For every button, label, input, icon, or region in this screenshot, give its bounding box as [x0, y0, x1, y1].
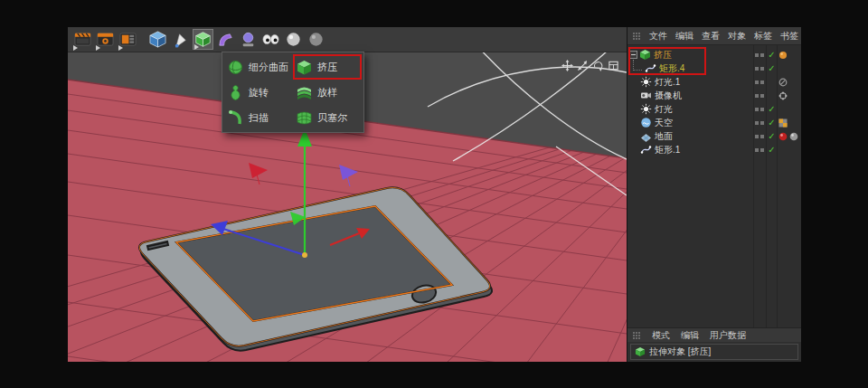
- disabled-circle-icon: [778, 78, 788, 87]
- material-tag-gray-icon: [789, 132, 798, 141]
- render-picture-viewer-icon[interactable]: [95, 29, 116, 50]
- object-row-light[interactable]: 灯光 ✓: [627, 102, 801, 116]
- camera-object-icon: [640, 90, 652, 101]
- enable-check-icon[interactable]: ✓: [767, 116, 777, 129]
- bezier-icon: [296, 109, 313, 127]
- om-menu-object[interactable]: 对象: [728, 30, 746, 43]
- om-menu-bookmarks[interactable]: 书签: [780, 30, 798, 43]
- menu-item-lathe[interactable]: 旋转: [224, 80, 293, 105]
- deformers-menu-icon[interactable]: [215, 29, 236, 50]
- object-list: 挤压 ✓ 矩形.4 ✓: [627, 45, 801, 327]
- object-manager-panel: 文件 编辑 查看 对象 标签 书签 挤压 ✓: [627, 27, 801, 362]
- pan-view-icon[interactable]: [561, 60, 573, 71]
- object-name: 矩形.1: [655, 144, 680, 156]
- object-name: 挤压: [654, 49, 672, 62]
- shading-ball-icon[interactable]: [306, 29, 326, 50]
- extrude-icon: [296, 59, 313, 76]
- switch-view-icon[interactable]: [608, 60, 619, 71]
- tab-user-data[interactable]: 用户数据: [710, 329, 746, 342]
- visibility-dots[interactable]: [755, 108, 764, 111]
- visibility-dots[interactable]: [755, 80, 764, 84]
- zoom-view-icon[interactable]: [577, 60, 589, 71]
- object-name: 灯光.1: [655, 76, 680, 89]
- object-row-sky[interactable]: 天空 ✓: [627, 116, 801, 129]
- submenu-arrow-icon: [118, 45, 123, 51]
- expander-icon[interactable]: [629, 51, 637, 59]
- object-name: 天空: [655, 117, 673, 129]
- menu-item-sweep[interactable]: 扫描: [224, 105, 293, 130]
- enable-check-icon[interactable]: ✓: [767, 143, 777, 156]
- om-menu-tags[interactable]: 标签: [754, 30, 772, 43]
- menu-item-subdivision-surface[interactable]: 细分曲面: [224, 54, 293, 80]
- tab-mode[interactable]: 模式: [652, 329, 670, 342]
- visibility-dots[interactable]: [755, 121, 764, 125]
- tag-icons[interactable]: [778, 118, 788, 128]
- object-name: 灯光: [655, 103, 673, 116]
- visibility-dots[interactable]: [755, 53, 764, 57]
- visibility-dots[interactable]: [755, 148, 764, 152]
- material-ball-icon[interactable]: [283, 29, 304, 50]
- main-toolbar: [68, 27, 627, 52]
- sweep-icon: [227, 109, 244, 127]
- spline-object-icon: [645, 62, 656, 74]
- om-menu-edit[interactable]: 编辑: [675, 30, 693, 43]
- menu-item-label: 贝塞尔: [317, 111, 347, 125]
- tag-icons[interactable]: [778, 91, 788, 100]
- object-row-light1[interactable]: 灯光.1: [627, 75, 801, 89]
- phong-tag-icon: [778, 51, 788, 60]
- sky-object-icon: [640, 117, 652, 128]
- menu-item-label: 挤压: [317, 61, 337, 74]
- light-object-icon: [640, 103, 652, 115]
- gizmo-center[interactable]: [302, 252, 307, 258]
- loft-icon: [296, 84, 313, 101]
- generators-dropdown-menu: 细分曲面 挤压 旋转 放样: [222, 52, 364, 133]
- scene-environment-icon[interactable]: [238, 29, 259, 50]
- lathe-icon: [227, 84, 244, 101]
- spline-object-icon: [640, 144, 652, 156]
- enable-check-icon[interactable]: ✓: [767, 62, 777, 75]
- enable-check-icon[interactable]: ✓: [767, 48, 777, 62]
- tab-edit[interactable]: 编辑: [681, 329, 699, 342]
- pen-spline-icon[interactable]: [170, 29, 191, 50]
- object-row-floor[interactable]: 地面 ✓: [627, 129, 801, 143]
- object-name: 摄像机: [655, 90, 682, 102]
- menu-item-loft[interactable]: 放样: [293, 80, 362, 105]
- rotate-view-icon[interactable]: [592, 60, 604, 71]
- om-menu-file[interactable]: 文件: [649, 30, 667, 43]
- cube-primitive-icon[interactable]: [147, 29, 168, 50]
- object-name: 地面: [655, 130, 673, 143]
- render-settings-icon[interactable]: [118, 29, 138, 50]
- attribute-mode-bar: 模式 编辑 用户数据: [627, 327, 801, 342]
- enable-check-icon[interactable]: ✓: [767, 102, 777, 116]
- app-window: 细分曲面 挤压 旋转 放样: [68, 27, 801, 362]
- material-tag-red-icon: [778, 132, 788, 141]
- object-row-rectangle1[interactable]: 矩形.1 ✓: [627, 143, 801, 156]
- tag-icons[interactable]: [778, 132, 798, 141]
- viewport-controls: [561, 60, 619, 71]
- visibility-dots[interactable]: [755, 67, 764, 71]
- visibility-dots[interactable]: [755, 135, 764, 138]
- object-row-camera[interactable]: 摄像机: [627, 89, 801, 102]
- light-object-icon: [640, 76, 652, 88]
- compositing-tag-icon: [778, 118, 788, 128]
- menu-item-bezier[interactable]: 贝塞尔: [293, 105, 362, 130]
- generators-menu-button[interactable]: [193, 29, 213, 50]
- menu-item-extrude[interactable]: 挤压: [293, 54, 362, 80]
- tag-icons[interactable]: [778, 51, 788, 60]
- floor-object-icon: [640, 130, 652, 142]
- attribute-status-bar: 拉伸对象 [挤压]: [627, 342, 801, 362]
- tree-branch: [633, 60, 642, 71]
- target-tag-icon: [778, 91, 788, 100]
- menu-item-label: 扫描: [249, 111, 269, 125]
- render-view-icon[interactable]: [72, 29, 93, 50]
- enable-check-icon[interactable]: ✓: [767, 129, 777, 143]
- tag-icons[interactable]: [778, 78, 788, 87]
- object-row-rectangle4[interactable]: 矩形.4 ✓: [627, 62, 801, 75]
- object-row-extrude[interactable]: 挤压 ✓: [627, 48, 801, 62]
- om-menu-view[interactable]: 查看: [702, 30, 720, 43]
- eyes-icon[interactable]: [260, 29, 281, 50]
- panel-grip-icon[interactable]: [632, 32, 641, 41]
- left-column: 细分曲面 挤压 旋转 放样: [68, 27, 627, 362]
- visibility-dots[interactable]: [755, 94, 764, 98]
- panel-grip-icon[interactable]: [632, 331, 641, 340]
